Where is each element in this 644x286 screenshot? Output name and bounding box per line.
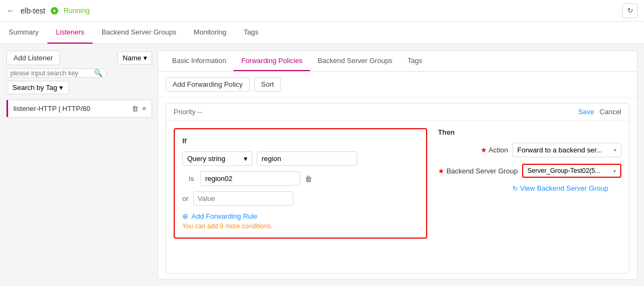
right-panel: Basic Information Forwarding Policies Ba… (157, 51, 638, 280)
add-forwarding-policy-button[interactable]: Add Forwarding Policy (166, 77, 250, 92)
tab-tags[interactable]: Tags (400, 51, 430, 71)
tab-forwarding-policies[interactable]: Forwarding Policies (234, 51, 310, 71)
status-icon: ● (51, 7, 58, 15)
listener-name: listener-HTTP | HTTP/80 (13, 104, 128, 113)
action-select[interactable]: Forward to a backend ser... ▾ (512, 143, 621, 157)
search-input-wrap: 🔍 (6, 68, 106, 78)
condition-value-row: is 🗑 (182, 171, 419, 186)
or-label: or (182, 194, 189, 203)
add-rule-row[interactable]: ⊕ Add Forwarding Rule (182, 212, 419, 220)
condition-row: Query string ▾ (182, 151, 419, 166)
search-icon[interactable]: 🔍 (94, 69, 102, 77)
action-row: ★ Action Forward to a backend ser... ▾ (438, 143, 621, 157)
tab-monitoring[interactable]: Monitoring (185, 22, 235, 44)
backend-group-value: Server_Group-Test02(5... (527, 167, 600, 175)
inner-toolbar: Add Forwarding Policy Sort (158, 72, 637, 97)
nav-tabs: Summary Listeners Backend Server Groups … (0, 22, 644, 44)
add-rule-label: Add Forwarding Rule (191, 212, 257, 220)
page-title: elb-test (20, 6, 45, 15)
listener-actions: 🗑 ≡ (132, 104, 146, 113)
inner-tabs: Basic Information Forwarding Policies Ba… (158, 51, 637, 72)
req-star: ★ (438, 167, 447, 175)
condition-type-label: Query string (187, 155, 225, 163)
condition-value2-input[interactable] (200, 171, 300, 186)
top-bar: ← elb-test ● Running ↻ (0, 0, 644, 22)
search-by-tag-label: Search by Tag (12, 83, 57, 92)
backend-group-row: ★ Backend Server Group Server_Group-Test… (438, 164, 621, 178)
search-input[interactable] (10, 69, 94, 77)
action-label: ★ Action (438, 146, 508, 154)
add-listener-button[interactable]: Add Listener (6, 51, 60, 65)
backend-group-label: ★ Backend Server Group (438, 167, 518, 175)
or-value-input[interactable] (193, 191, 293, 206)
condition-value-input[interactable] (257, 151, 357, 166)
then-section: Then ★ Action Forward to a backend ser..… (438, 128, 621, 239)
view-backend-label: View Backend Server Group (520, 184, 608, 192)
chevron-down-icon: ▾ (614, 147, 616, 153)
is-label: is (187, 175, 196, 183)
chevron-down-icon: ▾ (59, 83, 63, 92)
priority-label: Priority -- (174, 108, 202, 116)
refresh-button[interactable]: ↻ (622, 3, 638, 18)
menu-icon[interactable]: ≡ (142, 104, 146, 113)
view-backend-link[interactable]: ↻ View Backend Server Group (512, 184, 621, 192)
chevron-down-icon: ▾ (143, 54, 147, 62)
search-by-tag-button[interactable]: Search by Tag ▾ (6, 81, 69, 94)
delete-condition-button[interactable]: 🗑 (305, 175, 312, 183)
tab-backend-server-groups[interactable]: Backend Server Groups (310, 51, 400, 71)
backend-group-select[interactable]: Server_Group-Test02(5... ▾ (522, 164, 621, 178)
delete-icon[interactable]: 🗑 (132, 104, 139, 113)
policy-header: Priority -- Save Cancel (166, 103, 629, 121)
if-section: If Query string ▾ is 🗑 or (174, 128, 427, 239)
req-star: ★ (481, 146, 489, 154)
content-area: Add Listener Name ▾ 🔍 Search by Tag ▾ li… (0, 44, 644, 286)
plus-icon: ⊕ (182, 212, 188, 220)
policy-header-actions: Save Cancel (578, 108, 621, 116)
save-button[interactable]: Save (578, 108, 594, 116)
condition-type-select[interactable]: Query string ▾ (182, 151, 252, 166)
add-conditions-note: You can add 9 more conditions. (182, 222, 419, 230)
tab-listeners[interactable]: Listeners (47, 22, 93, 44)
chevron-down-icon: ▾ (613, 168, 616, 174)
chevron-down-icon: ▾ (244, 155, 248, 163)
action-value: Forward to a backend ser... (517, 146, 602, 154)
policy-card: Priority -- Save Cancel If Query string … (166, 103, 629, 274)
if-label: If (182, 137, 419, 145)
left-panel: Add Listener Name ▾ 🔍 Search by Tag ▾ li… (6, 51, 152, 280)
status-text: Running (64, 6, 90, 15)
policy-body: If Query string ▾ is 🗑 or (166, 121, 629, 246)
listener-item[interactable]: listener-HTTP | HTTP/80 🗑 ≡ (6, 100, 152, 117)
then-label: Then (438, 128, 621, 136)
back-button[interactable]: ← (6, 6, 15, 16)
refresh-icon-small: ↻ (512, 185, 518, 192)
tab-tags[interactable]: Tags (235, 22, 267, 44)
tab-backend-server-groups[interactable]: Backend Server Groups (93, 22, 185, 44)
tab-basic-information[interactable]: Basic Information (165, 51, 234, 71)
search-filter-select[interactable]: Name ▾ (118, 51, 152, 65)
tab-summary[interactable]: Summary (0, 22, 47, 44)
sort-button[interactable]: Sort (254, 77, 281, 92)
cancel-button[interactable]: Cancel (600, 108, 621, 116)
or-row: or (182, 191, 419, 206)
